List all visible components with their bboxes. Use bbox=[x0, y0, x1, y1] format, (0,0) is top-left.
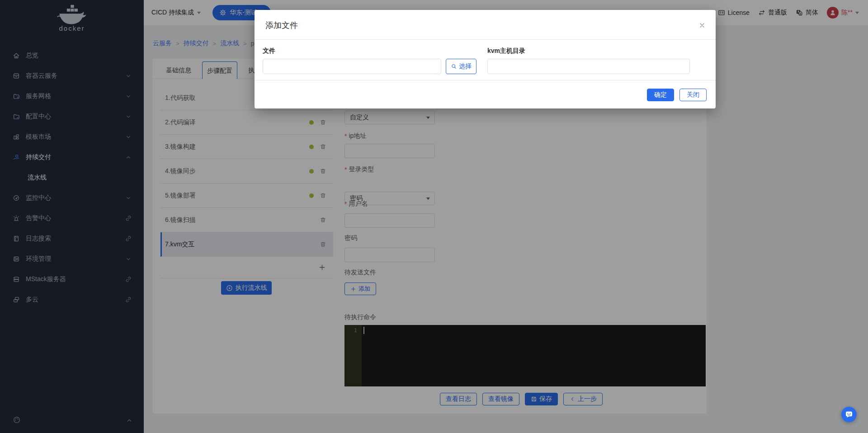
dialog-body: 文件 选择 kvm主机目录 bbox=[255, 40, 716, 80]
close-icon[interactable] bbox=[698, 22, 706, 29]
kvm-dir-label: kvm主机目录 bbox=[487, 47, 525, 55]
file-input[interactable] bbox=[263, 59, 441, 74]
close-button[interactable]: 关闭 bbox=[679, 89, 707, 101]
dialog-header: 添加文件 bbox=[255, 10, 716, 40]
dialog-title: 添加文件 bbox=[265, 21, 298, 30]
add-file-dialog: 添加文件 文件 选择 kvm主机目录 确定 关闭 bbox=[255, 10, 716, 108]
choose-file-label: 选择 bbox=[459, 62, 472, 71]
confirm-button[interactable]: 确定 bbox=[647, 89, 674, 101]
confirm-label: 确定 bbox=[654, 91, 667, 99]
support-chat-button[interactable] bbox=[841, 407, 857, 422]
file-label: 文件 bbox=[263, 47, 275, 55]
app-root: docker 总览 容器云服务 服务网格 配置中心 bbox=[0, 0, 868, 433]
search-icon bbox=[451, 63, 457, 70]
dialog-footer: 确定 关闭 bbox=[647, 89, 707, 101]
close-label: 关闭 bbox=[687, 91, 699, 99]
choose-file-button[interactable]: 选择 bbox=[446, 59, 476, 74]
chat-smiley-icon bbox=[844, 410, 854, 419]
kvm-dir-input[interactable] bbox=[487, 59, 690, 74]
